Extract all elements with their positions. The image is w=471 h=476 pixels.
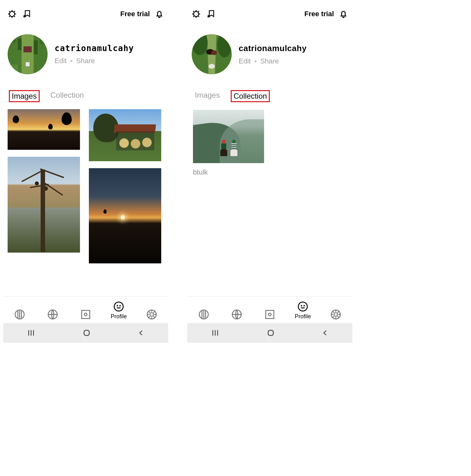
username: catrionamulcahy <box>239 43 307 53</box>
avatar[interactable] <box>8 34 48 74</box>
share-link[interactable]: Share <box>260 57 279 65</box>
tabs: Images Collection <box>187 77 352 103</box>
svg-point-31 <box>269 313 271 316</box>
svg-rect-5 <box>34 40 38 54</box>
svg-point-36 <box>334 313 337 316</box>
svg-rect-9 <box>8 64 18 75</box>
svg-rect-8 <box>40 34 48 44</box>
edit-link[interactable]: Edit <box>55 57 67 65</box>
svg-rect-13 <box>82 310 90 319</box>
settings-gear-icon[interactable] <box>191 9 201 19</box>
android-system-bar <box>3 323 168 343</box>
bottom-nav: Profile <box>3 296 168 323</box>
image-thumb[interactable] <box>89 168 161 263</box>
bell-icon[interactable] <box>154 9 164 19</box>
recents-button[interactable] <box>210 329 220 337</box>
recents-button[interactable] <box>26 329 36 337</box>
share-link[interactable]: Share <box>76 57 95 65</box>
tab-collection[interactable]: Collection <box>231 90 270 102</box>
nav-discover[interactable] <box>226 309 248 320</box>
svg-rect-37 <box>268 330 273 335</box>
bookmark-star-icon[interactable] <box>22 9 32 19</box>
svg-rect-6 <box>26 62 30 66</box>
tab-collection[interactable]: Collection <box>49 90 86 102</box>
home-button[interactable] <box>82 328 91 337</box>
profile-header: catrionamulcahy Edit Share <box>187 25 352 77</box>
android-system-bar <box>187 323 352 343</box>
svg-point-26 <box>211 50 217 55</box>
svg-point-0 <box>10 11 15 17</box>
nav-feed[interactable] <box>9 309 31 320</box>
collection-label: btulk <box>193 168 347 176</box>
image-grid <box>3 103 168 269</box>
username: catrionamulcahy <box>55 43 134 53</box>
svg-rect-4 <box>18 38 22 50</box>
svg-point-34 <box>304 305 304 306</box>
svg-point-17 <box>120 305 120 306</box>
nav-profile-label: Profile <box>295 313 311 320</box>
svg-point-21 <box>194 11 199 17</box>
svg-rect-2 <box>22 34 34 74</box>
free-trial-link[interactable]: Free trial <box>304 10 334 18</box>
tab-images[interactable]: Images <box>9 90 40 102</box>
separator-dot <box>70 60 72 62</box>
settings-gear-icon[interactable] <box>7 9 17 19</box>
image-thumb[interactable] <box>8 157 80 253</box>
topbar: Free trial <box>3 3 168 25</box>
svg-point-15 <box>114 302 123 311</box>
nav-feed[interactable] <box>193 309 215 320</box>
topbar: Free trial <box>187 3 352 25</box>
collection-thumb[interactable] <box>193 110 264 163</box>
back-button[interactable] <box>137 328 145 337</box>
tab-images[interactable]: Images <box>193 90 222 102</box>
nav-more[interactable] <box>325 309 347 320</box>
tabs: Images Collection <box>3 77 168 103</box>
svg-point-32 <box>298 302 307 311</box>
svg-point-27 <box>209 64 215 69</box>
nav-profile[interactable]: Profile <box>108 301 130 320</box>
edit-link[interactable]: Edit <box>239 57 251 65</box>
collection-item[interactable]: btulk <box>187 103 352 176</box>
nav-camera[interactable] <box>259 309 281 320</box>
bookmark-star-icon[interactable] <box>206 9 216 19</box>
avatar[interactable] <box>192 34 232 74</box>
svg-point-19 <box>150 313 153 316</box>
nav-discover[interactable] <box>42 309 64 320</box>
svg-point-33 <box>301 305 302 306</box>
image-thumb[interactable] <box>8 109 80 150</box>
svg-rect-20 <box>84 330 89 335</box>
svg-rect-10 <box>38 62 48 74</box>
svg-point-16 <box>117 305 118 306</box>
nav-profile[interactable]: Profile <box>292 301 314 320</box>
svg-point-14 <box>84 313 87 316</box>
svg-rect-7 <box>8 34 16 42</box>
svg-rect-3 <box>23 46 31 52</box>
nav-profile-label: Profile <box>110 313 127 320</box>
nav-camera[interactable] <box>75 309 97 320</box>
back-button[interactable] <box>322 328 329 337</box>
bell-icon[interactable] <box>338 9 348 19</box>
screen-collection-tab: Free trial catrionamulcahy Edit Share <box>187 3 352 343</box>
profile-header: catrionamulcahy Edit Share <box>3 25 168 77</box>
separator-dot <box>255 60 256 62</box>
free-trial-link[interactable]: Free trial <box>120 10 150 18</box>
svg-rect-30 <box>266 310 274 319</box>
bottom-nav: Profile <box>187 296 352 323</box>
nav-more[interactable] <box>141 309 163 320</box>
image-thumb[interactable] <box>89 109 161 161</box>
screen-images-tab: Free trial catrionamulcahy Edit <box>3 3 168 343</box>
home-button[interactable] <box>266 328 275 337</box>
